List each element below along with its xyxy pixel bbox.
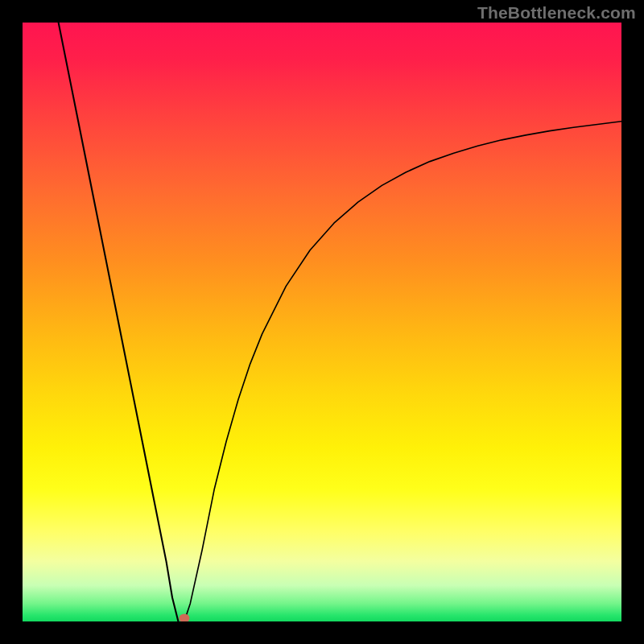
curve-right-branch: [184, 122, 621, 621]
bottleneck-curve: [23, 23, 621, 621]
plot-area: [23, 23, 621, 621]
optimum-marker: [179, 614, 189, 622]
chart-frame: TheBottleneck.com: [0, 0, 644, 644]
watermark-text: TheBottleneck.com: [477, 3, 636, 23]
curve-left-branch: [59, 23, 179, 621]
